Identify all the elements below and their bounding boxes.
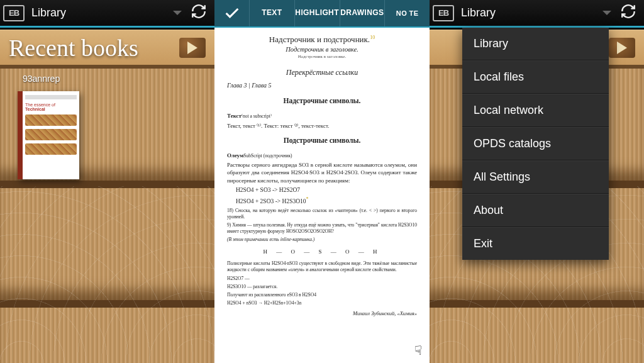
screenshot-middle: TEXT HIGHLIGHT DRAWINGS NO TE Надстрочни… [214,0,430,363]
chem-diagram: H — O — S — O — H [227,248,417,255]
oleum-head: Олеум [227,152,243,159]
hand-icon[interactable]: ☟ [414,343,422,358]
menu-item-settings[interactable]: All Settings [462,160,609,194]
dropdown-icon[interactable] [173,11,182,15]
screenshot-left: EB Library Recent books 93annrep The ess… [0,0,214,363]
shelf-row [0,188,214,308]
text-line: Текст, текст ⁽¹⁾. Текст: текст ⁽²⁾, текс… [227,122,417,130]
menu-item-exit[interactable]: Exit [462,227,609,260]
book-cover[interactable]: The essence ofTechnical [18,91,79,179]
recent-books-banner: Recent books [0,30,214,69]
signature: Михаил Зубинский, «Химия» [227,310,417,317]
menu-item-local-network[interactable]: Local network [462,94,609,127]
line2: H2S3O10 — разлагается. [227,284,417,290]
section-sup: Надстрочные символы. [227,96,417,106]
tab-text[interactable]: TEXT [250,0,295,26]
topbar-title: Library [461,6,496,20]
refresh-icon[interactable] [620,3,636,23]
app-logo[interactable]: EB [0,0,28,27]
tab-drawings[interactable]: DRAWINGS [340,0,386,26]
doc-heading: Надстрочник и подстрочник. [269,35,370,44]
text-label: Текст [227,113,242,119]
footnote-italic: (В этом примечании есть inline-картинка.… [227,237,417,243]
line4: H2SO4 + nSO3 → H2+H2Sn+1O4+3n [227,300,417,306]
topbar: EB Library [0,0,214,28]
confirm-button[interactable] [214,0,250,26]
line3: Получают из расплавленного eSO3 в H2SO4 [227,292,417,298]
footnote-18: 18) Сноска, на которую ведёт несколько с… [227,208,417,220]
dropdown-icon[interactable] [602,11,611,15]
shelf-row: 93annrep The essence ofTechnical [0,69,214,188]
menu-item-local-files[interactable]: Local files [462,60,609,94]
topbar: EB Library [430,0,644,28]
menu-item-opds[interactable]: OPDS catalogs [462,127,609,160]
app-logo[interactable]: EB [430,0,457,27]
line1: H2S2O7 — [227,276,417,282]
chapter-links: Глава 3 | Глава 5 [227,81,417,90]
crossref-heading: Перекрёстные ссылки [227,67,417,77]
topbar-title: Library [31,6,66,20]
section-sub: Подстрочные символы. [227,136,417,146]
shelf-row [0,308,214,363]
poly-paragraph: Полисерные кислоты H2SO4·nSO3 существуют… [227,260,417,273]
menu-item-library[interactable]: Library [462,28,609,60]
formula-1: H2SO4 + SO3 -> H2S2O7 [236,186,417,194]
screenshot-right: EB Library ks Library Local files Local … [430,0,644,363]
formula-2: H2SO4 + 2SO3 -> H2S3O10 [236,198,306,204]
arrow-icon[interactable] [609,38,635,58]
banner-title: Recent books [9,34,179,62]
tab-note[interactable]: NO TE [385,0,430,26]
menu-item-about[interactable]: About [462,194,609,227]
tab-highlight[interactable]: HIGHLIGHT [295,0,340,26]
book-title-label: 93annrep [23,74,60,84]
document-viewport[interactable]: Надстрочник и подстрочник.10 Подстрочник… [214,28,430,363]
doc-subheading: Подстрочник в заголовке. [227,45,417,54]
arrow-icon[interactable] [179,38,206,58]
bookshelf: Recent books 93annrep The essence ofTech… [0,30,214,363]
doc-smallheading: Надстрочник в заголовке. [227,54,417,60]
reader-toolbar: TEXT HIGHLIGHT DRAWINGS NO TE [214,0,430,28]
main-menu: Library Local files Local network OPDS c… [462,28,609,260]
oleum-paragraph: Растворы серного ангидрида SO3 в серной … [227,161,417,184]
footnote-9: 9) Химия — штука полезная. Ну откуда ещё… [227,222,417,235]
refresh-icon[interactable] [191,3,207,23]
